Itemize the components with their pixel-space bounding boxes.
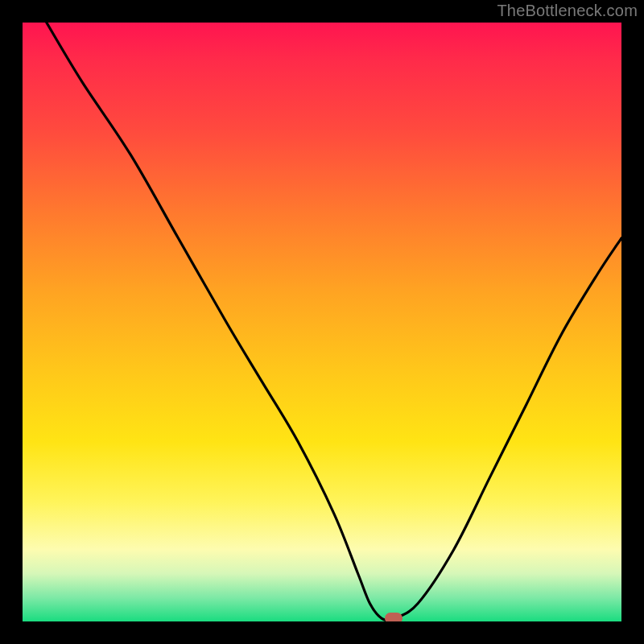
bottleneck-curve (23, 23, 621, 621)
plot-area (23, 23, 621, 621)
watermark-text: TheBottleneck.com (497, 2, 638, 20)
chart-frame: TheBottleneck.com (0, 0, 644, 644)
optimal-marker (385, 613, 402, 621)
